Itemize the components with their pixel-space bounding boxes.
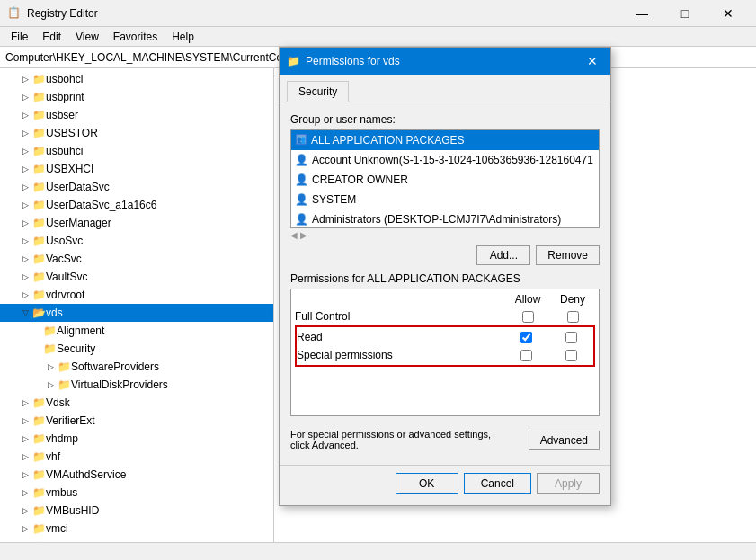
tree-item-VirtualDiskProviders[interactable]: ▷ 📁 VirtualDiskProviders <box>0 376 273 394</box>
tree-item-label: vdrvroot <box>46 289 84 301</box>
perm-deny-input[interactable] <box>565 350 577 361</box>
folder-icon: 📁 <box>32 91 46 103</box>
folder-icon: 📁 <box>32 450 46 463</box>
user-list-item-label: Account Unknown(S-1-15-3-1024-1065365936… <box>312 154 593 166</box>
user-list-item-account-unknown[interactable]: 👤 Account Unknown(S-1-15-3-1024-10653659… <box>291 150 599 170</box>
expander-icon: ▷ <box>18 467 32 482</box>
tree-item-UserDataSvc-a1[interactable]: ▷ 📁 UserDataSvc_a1a16c6 <box>0 196 273 214</box>
menu-favorites[interactable]: Favorites <box>106 29 165 45</box>
perm-name: Read <box>297 331 503 343</box>
folder-icon: 📁 <box>32 181 46 193</box>
user-list-item-aap[interactable]: 👥 ALL APPLICATION PACKAGES <box>291 130 599 150</box>
tree-item-vhf[interactable]: ▷ 📁 vhf <box>0 448 273 466</box>
folder-icon: 📁 <box>32 522 46 535</box>
perm-row-special: Special permissions <box>297 346 593 364</box>
tree-item-vhdmp[interactable]: ▷ 📁 vhdmp <box>0 430 273 448</box>
perm-deny-checkbox[interactable] <box>548 350 593 361</box>
tree-item-usbprint[interactable]: ▷ 📁 usbprint <box>0 88 273 106</box>
app-icon: 📋 <box>7 6 22 21</box>
tree-item-USBXHCI[interactable]: ▷ 📁 USBXHCI <box>0 160 273 178</box>
tree-item-UserManager[interactable]: ▷ 📁 UserManager <box>0 214 273 232</box>
folder-icon: 📁 <box>32 432 46 445</box>
menu-edit[interactable]: Edit <box>35 29 68 45</box>
tree-item-VMAuthdService[interactable]: ▷ 📁 VMAuthdService <box>0 466 273 484</box>
perm-allow-input[interactable] <box>520 332 532 343</box>
menu-help[interactable]: Help <box>165 29 201 45</box>
tree-item-UsoSvc[interactable]: ▷ 📁 UsoSvc <box>0 232 273 250</box>
perm-deny-input[interactable] <box>567 311 579 323</box>
permissions-header: Allow Deny <box>295 293 595 306</box>
dialog-close-button[interactable]: ✕ <box>582 51 603 71</box>
folder-icon: 📁 <box>32 253 46 265</box>
tree-item-usbser[interactable]: ▷ 📁 usbser <box>0 106 273 124</box>
scroll-hint: ◀ ▶ <box>290 230 600 240</box>
tree-item-label: VMAuthdService <box>46 468 126 481</box>
perm-name: Full Control <box>295 310 505 323</box>
tree-item-vmgid[interactable]: ▷ 📁 vmgid <box>0 538 273 542</box>
folder-icon: 📁 <box>32 127 46 139</box>
tree-item-vds[interactable]: ▽ 📂 vds <box>0 304 273 322</box>
tree-item-Vdsk[interactable]: ▷ 📁 Vdsk <box>0 394 273 412</box>
tree-item-label: usbuhci <box>46 145 83 157</box>
tree-item-Alignment[interactable]: 📁 Alignment <box>0 322 273 340</box>
expander-icon: ▷ <box>18 234 32 248</box>
tree-item-VMBusHID[interactable]: ▷ 📁 VMBusHID <box>0 502 273 520</box>
perm-deny-input[interactable] <box>565 332 577 343</box>
tree-item-label: UserManager <box>46 217 111 229</box>
expander-icon: ▷ <box>18 216 32 230</box>
tree-item-usbuhci[interactable]: ▷ 📁 usbuhci <box>0 142 273 160</box>
add-button[interactable]: Add... <box>476 245 530 265</box>
perm-allow-input[interactable] <box>520 350 532 361</box>
tree-item-label: UsoSvc <box>46 235 83 247</box>
tree-item-label: vds <box>46 307 63 319</box>
tree-item-usbohci[interactable]: ▷ 📁 usbohci <box>0 70 273 88</box>
folder-icon: 📁 <box>58 378 71 391</box>
cancel-button[interactable]: Cancel <box>464 473 531 494</box>
advanced-button[interactable]: Advanced <box>529 431 600 450</box>
perm-deny-checkbox[interactable] <box>550 311 595 323</box>
perm-allow-checkbox[interactable] <box>503 350 548 361</box>
tree-item-USBSTOR[interactable]: ▷ 📁 USBSTOR <box>0 124 273 142</box>
expander-icon: ▷ <box>18 396 32 410</box>
remove-button[interactable]: Remove <box>536 245 600 265</box>
tree-item-label: VacSvc <box>46 253 82 265</box>
tree-item-Security[interactable]: 📁 Security <box>0 340 273 358</box>
folder-icon: 📁 <box>32 289 46 301</box>
expander-icon: ▷ <box>18 521 32 536</box>
user-icon: 👤 <box>295 213 308 226</box>
perm-allow-input[interactable] <box>522 311 534 323</box>
maximize-button[interactable]: □ <box>664 0 706 27</box>
minimize-button[interactable]: — <box>621 0 663 27</box>
tree-item-VacSvc[interactable]: ▷ 📁 VacSvc <box>0 250 273 268</box>
tree-item-label: vmci <box>46 522 68 535</box>
menu-file[interactable]: File <box>4 29 35 45</box>
dialog-folder-icon: 📁 <box>287 55 300 67</box>
user-list[interactable]: 👥 ALL APPLICATION PACKAGES 👤 Account Unk… <box>290 129 600 228</box>
expander-icon: ▷ <box>18 503 32 518</box>
close-button[interactable]: ✕ <box>707 0 749 27</box>
tree-item-label: usbprint <box>46 91 84 103</box>
tree-item-VaultSvc[interactable]: ▷ 📁 VaultSvc <box>0 268 273 286</box>
menu-bar: File Edit View Favorites Help <box>0 27 756 47</box>
user-list-item-creator-owner[interactable]: 👤 CREATOR OWNER <box>291 170 599 190</box>
apply-button[interactable]: Apply <box>537 473 600 494</box>
user-list-item-administrators[interactable]: 👤 Administrators (DESKTOP-LCMJ7I7\Admini… <box>291 209 599 228</box>
perm-allow-checkbox[interactable] <box>505 311 550 323</box>
user-list-item-label: Administrators (DESKTOP-LCMJ7I7\Administ… <box>312 213 561 226</box>
tree-pane[interactable]: ▷ 📁 usbohci ▷ 📁 usbprint ▷ 📁 usbser ▷ 📁 … <box>0 68 274 542</box>
user-list-item-system[interactable]: 👤 SYSTEM <box>291 190 599 209</box>
folder-icon: 📁 <box>32 504 46 517</box>
perm-deny-checkbox[interactable] <box>548 332 593 343</box>
ok-button[interactable]: OK <box>396 473 458 494</box>
menu-view[interactable]: View <box>68 29 106 45</box>
tree-item-vmbus[interactable]: ▷ 📁 vmbus <box>0 484 273 502</box>
tree-item-VerifierExt[interactable]: ▷ 📁 VerifierExt <box>0 412 273 430</box>
tree-item-vdrvroot[interactable]: ▷ 📁 vdrvroot <box>0 286 273 304</box>
tab-security[interactable]: Security <box>287 81 349 102</box>
tree-item-vmci[interactable]: ▷ 📁 vmci <box>0 520 273 538</box>
tree-item-SoftwareProviders[interactable]: ▷ 📁 SoftwareProviders <box>0 358 273 376</box>
dialog-footer: OK Cancel Apply <box>280 465 610 505</box>
perm-allow-checkbox[interactable] <box>503 332 548 343</box>
tree-item-UserDataSvc[interactable]: ▷ 📁 UserDataSvc <box>0 178 273 196</box>
permissions-dialog: 📁 Permissions for vds ✕ Security Group o… <box>279 47 611 506</box>
